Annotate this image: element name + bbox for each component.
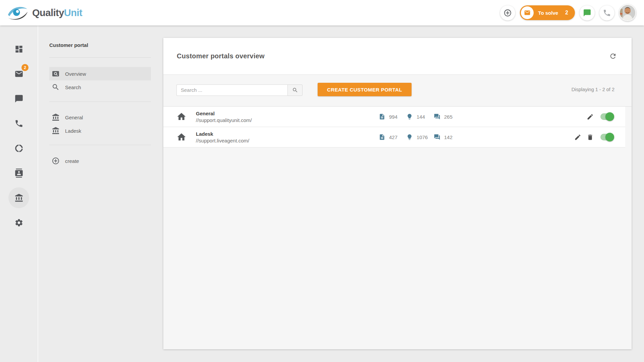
panel-header: Customer portals overview [163,38,632,75]
submenu-item-create[interactable]: create [49,154,151,168]
search-input[interactable] [176,84,287,96]
stat-articles: 427 [379,134,406,140]
phone-icon [14,119,23,128]
submenu-item-label: create [65,158,79,164]
contacts-icon [14,169,23,178]
toggle-knob [605,133,614,141]
stat-suggestions: 144 [406,113,434,120]
search-icon [292,87,298,93]
suggestions-count: 144 [417,114,425,120]
portal-name: Ladesk [196,131,379,137]
sidebar-item-customer-portal[interactable] [0,185,38,210]
suggestions-count: 1076 [417,134,428,140]
portal-url: //support.liveagent.com/ [196,138,379,143]
portal-stats: 427 1076 142 [379,134,452,140]
lightbulb-icon [406,113,413,120]
forum-icon [434,113,440,120]
search-submit-button[interactable] [287,84,303,96]
to-solve-pill[interactable]: To solve 2 [520,5,575,20]
top-header: QualityUnit To solve 2 [0,0,644,25]
create-customer-portal-button[interactable]: CREATE CUSTOMER PORTAL [318,83,412,96]
portal-row-general[interactable]: General //support.qualityunit.com/ 994 1… [163,107,625,127]
home-icon [176,112,186,122]
sidebar-item-calls[interactable] [0,111,38,136]
portal-list: General //support.qualityunit.com/ 994 1… [163,106,632,147]
refresh-button[interactable] [609,52,617,60]
forum-icon [434,134,440,140]
portal-name: General [196,111,379,116]
article-icon [379,113,385,120]
to-solve-label: To solve [538,10,558,16]
add-icon [503,9,512,17]
phone-button[interactable] [599,5,614,20]
submenu-title: Customer portal [49,42,151,48]
sidebar-item-chats[interactable] [0,86,38,111]
settings-gear-icon [14,218,23,227]
sidebar-item-dashboard[interactable] [0,37,38,61]
stat-suggestions: 1076 [406,134,434,140]
portal-stats: 994 144 265 [379,113,452,120]
edit-pencil-icon [574,134,581,141]
divider [49,57,151,58]
lightbulb-icon [406,134,413,140]
header-actions: To solve 2 [500,4,636,21]
customer-portal-bank-icon [14,193,23,202]
edit-button[interactable] [574,134,581,141]
portal-info: Ladesk //support.liveagent.com/ [196,131,379,143]
chat-button[interactable] [580,5,595,20]
add-button[interactable] [500,5,515,20]
submenu-item-label: General [65,115,83,120]
edit-pencil-icon [587,113,594,120]
submenu-group-portals: General Ladesk [49,111,151,137]
tickets-badge: 2 [21,64,29,71]
customer-portals-panel: Customer portals overview CREATE CUSTOME… [163,38,632,349]
sidebar-item-reports[interactable] [0,136,38,161]
sidebar-item-contacts[interactable] [0,161,38,185]
search-group [176,84,303,96]
submenu-item-search[interactable]: Search [49,80,151,94]
content-area: 2 Customer portal Overview [0,25,644,362]
brand-name: QualityUnit [32,7,82,18]
sidebar-item-tickets[interactable]: 2 [0,61,38,86]
portal-row-ladesk[interactable]: Ladesk //support.liveagent.com/ 427 1076 [163,127,625,147]
submenu-group-views: Overview Search [49,67,151,94]
trash-icon [587,134,594,141]
divider [49,102,151,102]
avatar[interactable] [619,4,636,21]
portal-actions [587,113,613,120]
search-icon [52,83,60,91]
forum-count: 265 [444,114,452,120]
add-circle-icon [52,157,60,165]
article-icon [379,134,385,140]
submenu-item-overview[interactable]: Overview [49,67,151,80]
stat-articles: 994 [379,113,406,120]
sidebar-item-settings[interactable] [0,210,38,235]
bank-icon [52,127,60,135]
envelope-icon [521,6,534,19]
brand-eye-icon [7,5,29,21]
to-solve-count: 2 [565,10,568,16]
articles-count: 994 [389,114,397,120]
displaying-count: Displaying 1 - 2 of 2 [572,87,614,92]
articles-count: 427 [389,134,397,140]
portal-enabled-toggle[interactable] [600,113,613,120]
icon-sidebar: 2 [0,25,38,362]
submenu-item-portal-ladesk[interactable]: Ladesk [49,124,151,137]
edit-button[interactable] [587,113,594,120]
home-icon [176,132,186,142]
refresh-icon [609,52,617,60]
delete-button[interactable] [587,134,594,141]
portal-enabled-toggle[interactable] [600,134,613,140]
submenu-item-portal-general[interactable]: General [49,111,151,124]
toggle-knob [605,112,614,121]
reports-donut-icon [14,144,23,153]
submenu-item-label: Overview [65,71,86,77]
main-area: Customer portals overview CREATE CUSTOME… [159,25,644,362]
brand-logo: QualityUnit [7,5,82,21]
portal-url: //support.qualityunit.com/ [196,117,379,123]
stat-forum: 142 [434,134,452,140]
bank-icon [52,113,60,121]
submenu-item-label: Ladesk [65,128,81,134]
chat-icon [14,94,23,103]
portal-info: General //support.qualityunit.com/ [196,111,379,123]
